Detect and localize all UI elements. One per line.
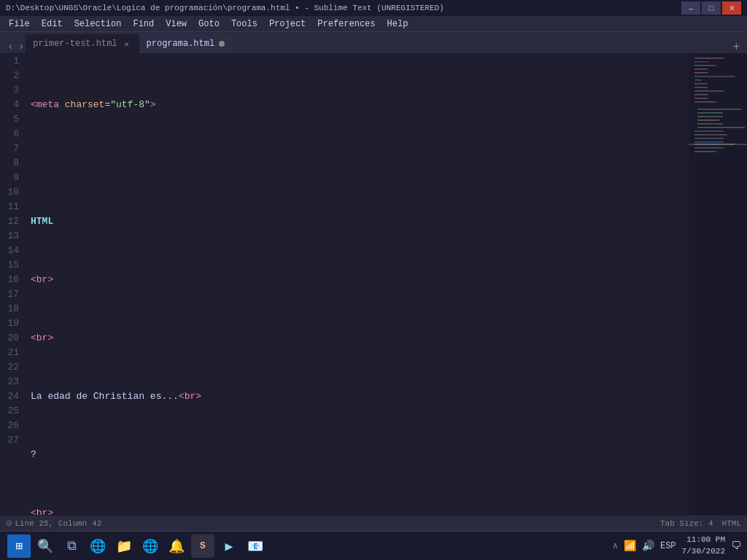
minimap <box>689 54 747 515</box>
menu-view[interactable]: View <box>160 18 193 31</box>
code-line-4: <br> <box>31 273 689 287</box>
code-line-6: La edad de Christian es...<br> <box>31 389 689 404</box>
svg-rect-18 <box>697 123 723 125</box>
menu-project[interactable]: Project <box>263 18 311 31</box>
taskbar-time: 11:00 PM <box>682 534 725 545</box>
menu-goto[interactable]: Goto <box>193 18 225 31</box>
tab-modified-dot <box>219 41 225 47</box>
status-position: Line 25, Column 42 <box>15 519 101 528</box>
code-line-2 <box>31 156 689 171</box>
menu-edit[interactable]: Edit <box>36 18 69 31</box>
tab-inactive-close[interactable]: ✕ <box>122 39 132 49</box>
tab-bar: ‹ › primer-test.html ✕ programa.html + <box>0 32 747 54</box>
svg-rect-3 <box>694 65 716 66</box>
svg-rect-4 <box>694 69 708 70</box>
maximize-button[interactable]: □ <box>702 1 721 15</box>
svg-rect-16 <box>697 116 723 117</box>
code-area[interactable]: <meta charset="utf-8"> HTML <br> <br> La… <box>28 54 689 515</box>
svg-rect-19 <box>697 127 745 128</box>
status-left: ⊘ Line 25, Column 42 <box>6 517 101 529</box>
svg-rect-22 <box>694 138 724 139</box>
taskbar-explorer[interactable]: 📁 <box>112 534 136 558</box>
taskbar-start-button[interactable]: ⊞ <box>7 534 31 558</box>
tab-right-controls: + <box>729 40 744 53</box>
tab-next-button[interactable]: › <box>17 39 26 53</box>
close-button[interactable]: ✕ <box>722 1 741 15</box>
code-line-5: <br> <box>31 331 689 346</box>
taskbar-sublime[interactable]: S <box>191 534 214 558</box>
svg-rect-15 <box>697 112 723 114</box>
title-text: D:\Desktop\UNGS\Oracle\Logica de program… <box>6 4 444 12</box>
menu-tools[interactable]: Tools <box>225 18 263 31</box>
svg-rect-8 <box>694 83 708 85</box>
svg-rect-20 <box>694 131 724 132</box>
editor-wrapper: 12345 678910 1112131415 1617181920 21222… <box>0 54 747 515</box>
taskbar-powershell[interactable]: ▶ <box>217 534 241 558</box>
svg-rect-13 <box>694 101 716 103</box>
tab-active-label: programa.html <box>147 39 215 49</box>
taskbar-time-display: 11:00 PM 7/30/2022 <box>682 534 725 557</box>
taskbar-edge[interactable]: 🌐 <box>86 534 109 558</box>
taskbar-wifi-icon[interactable]: 📶 <box>624 540 636 552</box>
menu-bar: File Edit Selection Find View Goto Tools… <box>0 16 747 32</box>
status-right: Tab Size: 4 HTML <box>660 519 741 528</box>
taskbar-date: 7/30/2022 <box>682 546 725 557</box>
taskbar-item7[interactable]: 📧 <box>244 534 267 558</box>
status-tab-size: Tab Size: 4 <box>660 519 713 528</box>
status-syntax: HTML <box>722 519 741 528</box>
svg-rect-2 <box>694 61 709 63</box>
svg-rect-23 <box>694 141 724 143</box>
svg-rect-17 <box>697 120 719 121</box>
svg-rect-10 <box>694 90 724 92</box>
menu-help[interactable]: Help <box>382 18 414 31</box>
taskbar-volume-icon[interactable]: 🔊 <box>642 540 654 552</box>
svg-rect-11 <box>694 94 708 96</box>
title-bar: D:\Desktop\UNGS\Oracle\Logica de program… <box>0 0 747 16</box>
svg-rect-6 <box>694 76 735 77</box>
tab-primer-test[interactable]: primer-test.html ✕ <box>26 34 139 53</box>
tab-inactive-label: primer-test.html <box>33 39 117 49</box>
svg-rect-21 <box>694 134 727 136</box>
svg-rect-27 <box>694 151 716 152</box>
taskbar-item5[interactable]: 🔔 <box>165 534 188 558</box>
taskbar-right: ∧ 📶 🔊 ESP 11:00 PM 7/30/2022 🗨 <box>613 534 741 557</box>
taskbar-notification-icon[interactable]: 🗨 <box>731 540 741 552</box>
svg-rect-26 <box>694 147 724 149</box>
taskbar-expand-icon[interactable]: ∧ <box>613 540 618 551</box>
taskbar-task-view[interactable]: ⧉ <box>60 534 83 558</box>
code-line-1: <meta charset="utf-8"> <box>31 98 689 112</box>
taskbar-chrome[interactable]: 🌐 <box>139 534 162 558</box>
line-numbers: 12345 678910 1112131415 1617181920 21222… <box>0 54 28 515</box>
svg-rect-12 <box>694 98 708 99</box>
menu-selection[interactable]: Selection <box>69 18 128 31</box>
tab-add-button[interactable]: + <box>729 40 744 53</box>
taskbar: ⊞ 🔍 ⧉ 🌐 📁 🌐 🔔 S ▶ 📧 ∧ 📶 🔊 ESP 11:00 PM 7… <box>0 531 747 560</box>
tab-nav: ‹ › <box>6 39 26 53</box>
svg-rect-14 <box>697 109 741 110</box>
status-bar: ⊘ Line 25, Column 42 Tab Size: 4 HTML <box>0 515 747 531</box>
taskbar-search[interactable]: 🔍 <box>34 534 57 558</box>
code-line-8: <br> <box>31 506 689 515</box>
menu-preferences[interactable]: Preferences <box>311 18 381 31</box>
window-controls: – □ ✕ <box>681 1 741 15</box>
svg-rect-25 <box>694 144 735 145</box>
menu-file[interactable]: File <box>3 18 36 31</box>
code-line-3: HTML <box>31 214 689 229</box>
code-scroll[interactable]: 12345 678910 1112131415 1617181920 21222… <box>0 54 747 515</box>
svg-rect-5 <box>694 72 708 74</box>
svg-rect-9 <box>694 87 708 88</box>
tab-prev-button[interactable]: ‹ <box>6 39 15 53</box>
svg-rect-7 <box>694 79 702 81</box>
minimize-button[interactable]: – <box>681 1 700 15</box>
svg-rect-1 <box>694 58 724 59</box>
taskbar-lang: ESP <box>660 541 676 551</box>
tab-programa[interactable]: programa.html <box>139 34 233 53</box>
menu-find[interactable]: Find <box>127 18 160 31</box>
code-line-7: ? <box>31 448 689 462</box>
